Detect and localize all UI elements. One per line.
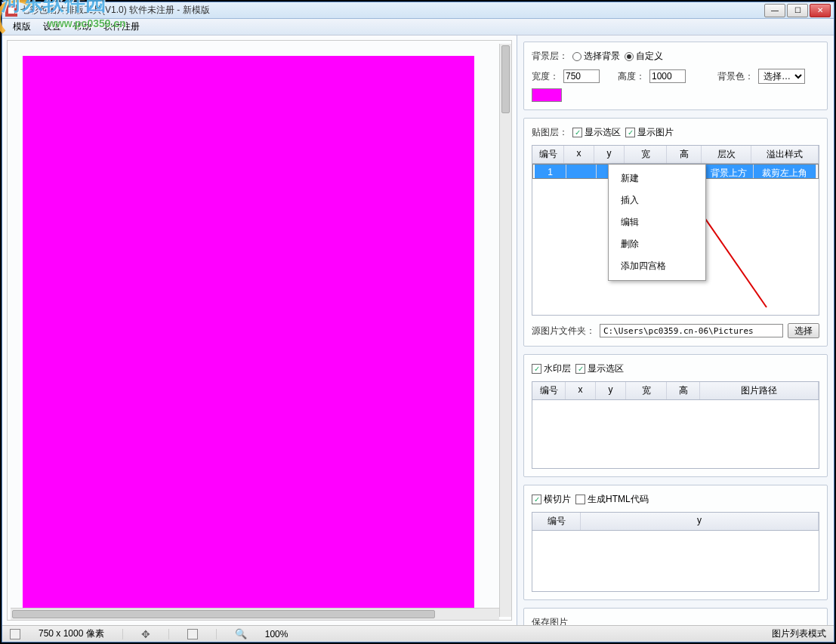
titlebar: 七彩色图片排版工具(V1.0) 软件未注册 - 新模版 — ☐ ✕: [2, 2, 834, 19]
slice-check[interactable]: ✓横切片: [532, 493, 571, 506]
ctx-delete[interactable]: 删除: [609, 233, 705, 255]
wm-show-selection-check[interactable]: ✓显示选区: [575, 362, 624, 375]
canvas-area[interactable]: [7, 40, 512, 621]
bgcolor-swatch[interactable]: [532, 88, 562, 102]
watermark-check[interactable]: ✓水印层: [532, 362, 571, 375]
menubar: 模版 设置 帮助 软件注册: [2, 19, 834, 35]
zoom-icon[interactable]: 🔍: [235, 628, 247, 639]
app-window: 河东软件园 www.pc0359.cn 七彩色图片排版工具(V1.0) 软件未注…: [2, 2, 834, 642]
canvas-pane: [2, 35, 517, 625]
svg-rect-1: [8, 8, 14, 14]
bgcolor-select[interactable]: 选择…: [758, 69, 805, 84]
statusbar: 750 x 1000 像素 ✥ 🔍 100% 图片列表模式: [2, 625, 834, 642]
minimize-button[interactable]: —: [764, 4, 785, 17]
context-menu: 新建 插入 编辑 删除 添加四宫格: [608, 164, 706, 281]
ctx-edit[interactable]: 编辑: [609, 211, 705, 233]
bg-custom-radio[interactable]: 自定义: [625, 50, 663, 63]
watermark-panel: ✓水印层 ✓显示选区 编号 x y 宽 高 图片路径: [523, 354, 828, 477]
ctx-new[interactable]: 新建: [609, 168, 705, 190]
width-input[interactable]: [563, 69, 600, 83]
slice-grid-header: 编号 y: [532, 513, 819, 531]
save-title: 保存图片: [532, 616, 568, 625]
title-text: 七彩色图片排版工具(V1.0) 软件未注册 - 新模版: [20, 4, 764, 17]
menu-register[interactable]: 软件注册: [99, 19, 144, 35]
save-panel: 保存图片 格式： JPG 质量： 90(高) 图片保存到： 选择: [523, 608, 828, 625]
src-folder-label: 源图片文件夹：: [532, 325, 595, 337]
ctx-add4grid[interactable]: 添加四宫格: [609, 255, 705, 277]
paste-grid[interactable]: 编号 x y 宽 高 层次 溢出样式 1: [532, 145, 819, 316]
ctx-insert[interactable]: 插入: [609, 190, 705, 211]
status-zoom: 100%: [265, 629, 288, 639]
paste-grid-body: 1 背景上方 裁剪左上角 新建 插入 编辑 删除: [532, 164, 819, 315]
show-selection-check[interactable]: ✓显示选区: [572, 126, 621, 139]
canvas[interactable]: [23, 56, 474, 621]
slice-panel: ✓横切片 生成HTML代码 编号 y: [523, 485, 828, 600]
background-panel: 背景层： 选择背景 自定义 宽度： 高度： 背景色： 选择…: [523, 42, 828, 110]
src-browse-button[interactable]: 选择: [788, 323, 819, 338]
horizontal-scrollbar[interactable]: [11, 608, 499, 620]
paste-layer-label: 贴图层：: [532, 126, 568, 139]
menu-settings[interactable]: 设置: [39, 19, 66, 35]
status-dimensions: 750 x 1000 像素: [39, 627, 104, 640]
side-panel: 背景层： 选择背景 自定义 宽度： 高度： 背景色： 选择…: [517, 35, 834, 625]
status-mode: 图片列表模式: [772, 627, 826, 640]
bg-select-radio[interactable]: 选择背景: [572, 50, 620, 63]
wm-grid-body: [532, 400, 819, 468]
selection-icon[interactable]: [187, 629, 198, 639]
src-folder-input[interactable]: [600, 324, 783, 337]
bgcolor-label: 背景色：: [717, 70, 754, 83]
menu-template[interactable]: 模版: [8, 19, 35, 35]
hscroll-thumb[interactable]: [12, 610, 435, 618]
close-button[interactable]: ✕: [810, 4, 831, 17]
paste-grid-header: 编号 x y 宽 高 层次 溢出样式: [532, 146, 819, 164]
app-icon: [5, 5, 17, 17]
vscroll-thumb[interactable]: [501, 45, 510, 113]
bg-layer-label: 背景层：: [532, 50, 568, 63]
move-icon[interactable]: ✥: [141, 628, 150, 640]
menu-help[interactable]: 帮助: [69, 19, 96, 35]
slice-grid-body: [532, 531, 819, 591]
show-image-check[interactable]: ✓显示图片: [625, 126, 674, 139]
html-check[interactable]: 生成HTML代码: [575, 493, 649, 506]
watermark-grid[interactable]: 编号 x y 宽 高 图片路径: [532, 381, 819, 469]
wm-grid-header: 编号 x y 宽 高 图片路径: [532, 382, 819, 400]
vertical-scrollbar[interactable]: [499, 44, 511, 617]
fit-icon[interactable]: [10, 629, 20, 639]
body: 背景层： 选择背景 自定义 宽度： 高度： 背景色： 选择…: [2, 35, 834, 625]
height-input[interactable]: [649, 69, 686, 83]
height-label: 高度：: [618, 70, 645, 83]
paste-panel: 贴图层： ✓显示选区 ✓显示图片 编号 x y 宽 高 层次 溢出样式: [523, 118, 828, 347]
slice-grid[interactable]: 编号 y: [532, 512, 819, 592]
maximize-button[interactable]: ☐: [787, 4, 808, 17]
width-label: 宽度：: [532, 70, 559, 83]
